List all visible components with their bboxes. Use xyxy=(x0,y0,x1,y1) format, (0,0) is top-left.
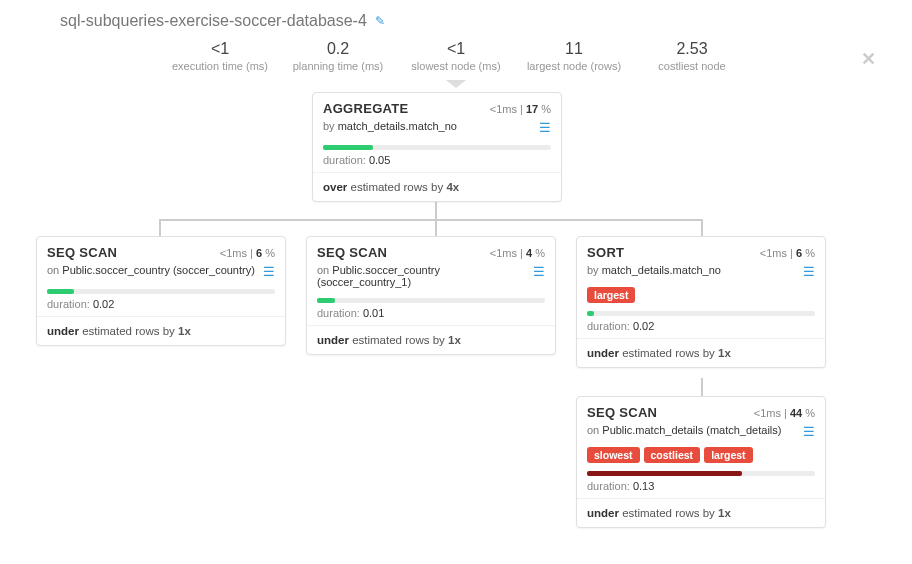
database-icon[interactable]: ☰ xyxy=(539,120,551,135)
stat-exec-time: <1 execution time (ms) xyxy=(170,40,270,72)
estimate-row: under estimated rows by 1x xyxy=(37,317,285,345)
plan-tree: AGGREGATE <1ms | 17 % by match_details.m… xyxy=(0,88,912,528)
node-type: SEQ SCAN xyxy=(317,245,387,260)
node-stats: <1ms | 6 % xyxy=(760,247,815,259)
stat-costliest: 2.53 costliest node xyxy=(642,40,742,72)
node-type: SEQ SCAN xyxy=(47,245,117,260)
arrow-down-icon xyxy=(446,80,466,88)
node-type: SORT xyxy=(587,245,624,260)
node-seqscan-match-details[interactable]: SEQ SCAN <1ms | 44 % on Public.match_det… xyxy=(576,396,826,528)
stat-value: 11 xyxy=(565,40,583,58)
node-stats: <1ms | 6 % xyxy=(220,247,275,259)
stat-slowest: <1 slowest node (ms) xyxy=(406,40,506,72)
badge-largest: largest xyxy=(587,287,635,303)
stat-largest: 11 largest node (rows) xyxy=(524,40,624,72)
stat-value: 2.53 xyxy=(676,40,707,58)
node-seqscan-soccer-country[interactable]: SEQ SCAN <1ms | 6 % on Public.soccer_cou… xyxy=(36,236,286,346)
duration-row: duration: 0.02 xyxy=(37,296,285,316)
database-icon[interactable]: ☰ xyxy=(803,424,815,439)
stat-label: planning time (ms) xyxy=(293,60,383,72)
close-icon[interactable]: ✕ xyxy=(861,48,876,70)
edit-title-icon[interactable]: ✎ xyxy=(375,14,385,28)
node-subtitle: by match_details.match_no xyxy=(323,120,457,132)
duration-row: duration: 0.02 xyxy=(577,318,825,338)
duration-row: duration: 0.05 xyxy=(313,152,561,172)
node-subtitle: by match_details.match_no xyxy=(587,264,721,276)
stat-label: execution time (ms) xyxy=(172,60,268,72)
node-badges: slowest costliest largest xyxy=(577,443,825,465)
node-type: AGGREGATE xyxy=(323,101,409,116)
estimate-row: under estimated rows by 1x xyxy=(577,499,825,527)
node-aggregate[interactable]: AGGREGATE <1ms | 17 % by match_details.m… xyxy=(312,92,562,202)
summary-stats: <1 execution time (ms) 0.2 planning time… xyxy=(0,40,912,72)
node-seqscan-soccer-country-1[interactable]: SEQ SCAN <1ms | 4 % on Public.soccer_cou… xyxy=(306,236,556,355)
duration-row: duration: 0.13 xyxy=(577,478,825,498)
duration-bar xyxy=(323,145,551,150)
stat-value: <1 xyxy=(447,40,465,58)
node-stats: <1ms | 4 % xyxy=(490,247,545,259)
database-icon[interactable]: ☰ xyxy=(803,264,815,279)
duration-bar xyxy=(587,471,815,476)
node-badges: largest xyxy=(577,283,825,305)
node-sort[interactable]: SORT <1ms | 6 % by match_details.match_n… xyxy=(576,236,826,368)
badge-slowest: slowest xyxy=(587,447,640,463)
stat-label: costliest node xyxy=(658,60,725,72)
database-icon[interactable]: ☰ xyxy=(263,264,275,279)
duration-bar xyxy=(587,311,815,316)
page-title: sql-subqueries-exercise-soccer-database-… xyxy=(60,12,367,30)
stat-value: 0.2 xyxy=(327,40,349,58)
badge-costliest: costliest xyxy=(644,447,701,463)
database-icon[interactable]: ☰ xyxy=(533,264,545,279)
duration-row: duration: 0.01 xyxy=(307,305,555,325)
node-stats: <1ms | 44 % xyxy=(754,407,815,419)
node-subtitle: on Public.soccer_country (soccer_country… xyxy=(47,264,255,276)
estimate-row: over estimated rows by 4x xyxy=(313,173,561,201)
node-stats: <1ms | 17 % xyxy=(490,103,551,115)
duration-bar xyxy=(317,298,545,303)
stat-label: largest node (rows) xyxy=(527,60,621,72)
node-subtitle: on Public.soccer_country (soccer_country… xyxy=(317,264,533,288)
stat-value: <1 xyxy=(211,40,229,58)
node-type: SEQ SCAN xyxy=(587,405,657,420)
estimate-row: under estimated rows by 1x xyxy=(577,339,825,367)
estimate-row: under estimated rows by 1x xyxy=(307,326,555,354)
duration-bar xyxy=(47,289,275,294)
node-subtitle: on Public.match_details (match_details) xyxy=(587,424,781,436)
stat-label: slowest node (ms) xyxy=(411,60,500,72)
stat-plan-time: 0.2 planning time (ms) xyxy=(288,40,388,72)
badge-largest: largest xyxy=(704,447,752,463)
